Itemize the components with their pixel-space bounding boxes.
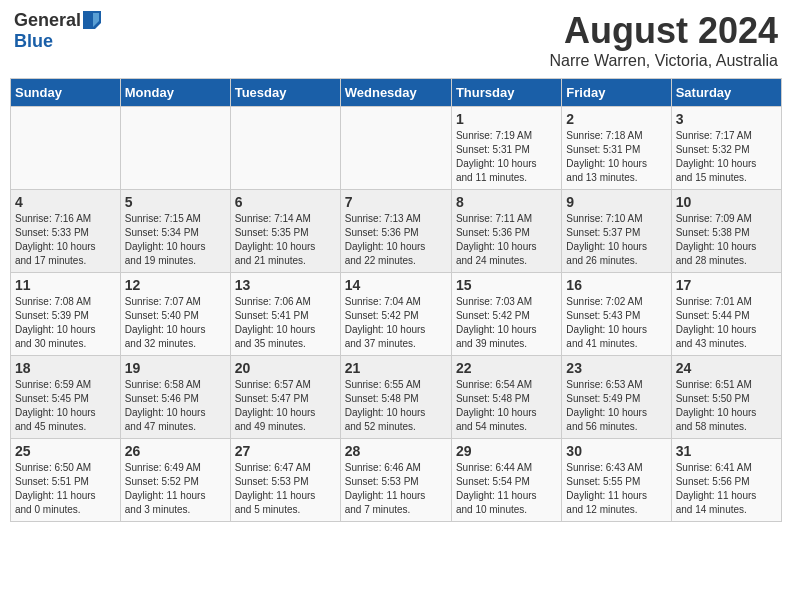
calendar-cell: 12Sunrise: 7:07 AM Sunset: 5:40 PM Dayli…	[120, 273, 230, 356]
day-info: Sunrise: 7:19 AM Sunset: 5:31 PM Dayligh…	[456, 129, 557, 185]
day-info: Sunrise: 6:54 AM Sunset: 5:48 PM Dayligh…	[456, 378, 557, 434]
day-number: 13	[235, 277, 336, 293]
day-info: Sunrise: 6:50 AM Sunset: 5:51 PM Dayligh…	[15, 461, 116, 517]
day-info: Sunrise: 7:01 AM Sunset: 5:44 PM Dayligh…	[676, 295, 777, 351]
day-info: Sunrise: 6:41 AM Sunset: 5:56 PM Dayligh…	[676, 461, 777, 517]
day-number: 20	[235, 360, 336, 376]
day-number: 5	[125, 194, 226, 210]
day-number: 4	[15, 194, 116, 210]
calendar-week-row: 18Sunrise: 6:59 AM Sunset: 5:45 PM Dayli…	[11, 356, 782, 439]
day-number: 6	[235, 194, 336, 210]
column-header-tuesday: Tuesday	[230, 79, 340, 107]
logo: General Blue	[14, 10, 101, 52]
calendar-cell	[11, 107, 121, 190]
day-info: Sunrise: 7:13 AM Sunset: 5:36 PM Dayligh…	[345, 212, 447, 268]
calendar-cell: 19Sunrise: 6:58 AM Sunset: 5:46 PM Dayli…	[120, 356, 230, 439]
day-info: Sunrise: 6:49 AM Sunset: 5:52 PM Dayligh…	[125, 461, 226, 517]
calendar-cell: 1Sunrise: 7:19 AM Sunset: 5:31 PM Daylig…	[451, 107, 561, 190]
calendar-cell: 28Sunrise: 6:46 AM Sunset: 5:53 PM Dayli…	[340, 439, 451, 522]
calendar-cell: 23Sunrise: 6:53 AM Sunset: 5:49 PM Dayli…	[562, 356, 671, 439]
day-info: Sunrise: 6:47 AM Sunset: 5:53 PM Dayligh…	[235, 461, 336, 517]
day-number: 11	[15, 277, 116, 293]
calendar-cell: 11Sunrise: 7:08 AM Sunset: 5:39 PM Dayli…	[11, 273, 121, 356]
calendar-cell: 22Sunrise: 6:54 AM Sunset: 5:48 PM Dayli…	[451, 356, 561, 439]
day-number: 8	[456, 194, 557, 210]
calendar-cell: 6Sunrise: 7:14 AM Sunset: 5:35 PM Daylig…	[230, 190, 340, 273]
calendar-week-row: 4Sunrise: 7:16 AM Sunset: 5:33 PM Daylig…	[11, 190, 782, 273]
day-number: 7	[345, 194, 447, 210]
title-area: August 2024 Narre Warren, Victoria, Aust…	[549, 10, 778, 70]
day-info: Sunrise: 6:58 AM Sunset: 5:46 PM Dayligh…	[125, 378, 226, 434]
day-number: 10	[676, 194, 777, 210]
column-header-thursday: Thursday	[451, 79, 561, 107]
day-number: 22	[456, 360, 557, 376]
column-header-saturday: Saturday	[671, 79, 781, 107]
day-number: 30	[566, 443, 666, 459]
day-info: Sunrise: 7:04 AM Sunset: 5:42 PM Dayligh…	[345, 295, 447, 351]
day-number: 19	[125, 360, 226, 376]
column-header-wednesday: Wednesday	[340, 79, 451, 107]
day-info: Sunrise: 7:16 AM Sunset: 5:33 PM Dayligh…	[15, 212, 116, 268]
day-info: Sunrise: 6:51 AM Sunset: 5:50 PM Dayligh…	[676, 378, 777, 434]
day-info: Sunrise: 6:44 AM Sunset: 5:54 PM Dayligh…	[456, 461, 557, 517]
calendar-cell: 15Sunrise: 7:03 AM Sunset: 5:42 PM Dayli…	[451, 273, 561, 356]
day-number: 26	[125, 443, 226, 459]
day-info: Sunrise: 7:17 AM Sunset: 5:32 PM Dayligh…	[676, 129, 777, 185]
day-info: Sunrise: 7:07 AM Sunset: 5:40 PM Dayligh…	[125, 295, 226, 351]
day-info: Sunrise: 6:57 AM Sunset: 5:47 PM Dayligh…	[235, 378, 336, 434]
calendar-cell: 17Sunrise: 7:01 AM Sunset: 5:44 PM Dayli…	[671, 273, 781, 356]
calendar-week-row: 1Sunrise: 7:19 AM Sunset: 5:31 PM Daylig…	[11, 107, 782, 190]
day-number: 27	[235, 443, 336, 459]
calendar-cell: 20Sunrise: 6:57 AM Sunset: 5:47 PM Dayli…	[230, 356, 340, 439]
calendar-cell: 8Sunrise: 7:11 AM Sunset: 5:36 PM Daylig…	[451, 190, 561, 273]
calendar-table: SundayMondayTuesdayWednesdayThursdayFrid…	[10, 78, 782, 522]
day-number: 21	[345, 360, 447, 376]
calendar-cell: 4Sunrise: 7:16 AM Sunset: 5:33 PM Daylig…	[11, 190, 121, 273]
calendar-cell: 3Sunrise: 7:17 AM Sunset: 5:32 PM Daylig…	[671, 107, 781, 190]
day-info: Sunrise: 7:09 AM Sunset: 5:38 PM Dayligh…	[676, 212, 777, 268]
day-number: 9	[566, 194, 666, 210]
calendar-cell: 21Sunrise: 6:55 AM Sunset: 5:48 PM Dayli…	[340, 356, 451, 439]
calendar-cell: 7Sunrise: 7:13 AM Sunset: 5:36 PM Daylig…	[340, 190, 451, 273]
header: General Blue August 2024 Narre Warren, V…	[10, 10, 782, 70]
calendar-cell: 24Sunrise: 6:51 AM Sunset: 5:50 PM Dayli…	[671, 356, 781, 439]
day-info: Sunrise: 7:10 AM Sunset: 5:37 PM Dayligh…	[566, 212, 666, 268]
day-info: Sunrise: 7:15 AM Sunset: 5:34 PM Dayligh…	[125, 212, 226, 268]
day-number: 31	[676, 443, 777, 459]
day-number: 18	[15, 360, 116, 376]
calendar-cell: 13Sunrise: 7:06 AM Sunset: 5:41 PM Dayli…	[230, 273, 340, 356]
day-info: Sunrise: 6:46 AM Sunset: 5:53 PM Dayligh…	[345, 461, 447, 517]
page-title: August 2024	[549, 10, 778, 52]
column-header-monday: Monday	[120, 79, 230, 107]
day-info: Sunrise: 7:18 AM Sunset: 5:31 PM Dayligh…	[566, 129, 666, 185]
day-number: 23	[566, 360, 666, 376]
day-info: Sunrise: 7:03 AM Sunset: 5:42 PM Dayligh…	[456, 295, 557, 351]
calendar-cell: 27Sunrise: 6:47 AM Sunset: 5:53 PM Dayli…	[230, 439, 340, 522]
day-number: 1	[456, 111, 557, 127]
day-info: Sunrise: 7:02 AM Sunset: 5:43 PM Dayligh…	[566, 295, 666, 351]
day-number: 15	[456, 277, 557, 293]
day-number: 16	[566, 277, 666, 293]
calendar-cell	[230, 107, 340, 190]
calendar-cell	[120, 107, 230, 190]
day-number: 3	[676, 111, 777, 127]
day-info: Sunrise: 6:53 AM Sunset: 5:49 PM Dayligh…	[566, 378, 666, 434]
calendar-cell: 14Sunrise: 7:04 AM Sunset: 5:42 PM Dayli…	[340, 273, 451, 356]
day-number: 24	[676, 360, 777, 376]
day-number: 29	[456, 443, 557, 459]
calendar-cell: 9Sunrise: 7:10 AM Sunset: 5:37 PM Daylig…	[562, 190, 671, 273]
day-info: Sunrise: 7:06 AM Sunset: 5:41 PM Dayligh…	[235, 295, 336, 351]
logo-blue: Blue	[14, 31, 53, 52]
day-info: Sunrise: 7:14 AM Sunset: 5:35 PM Dayligh…	[235, 212, 336, 268]
calendar-cell: 25Sunrise: 6:50 AM Sunset: 5:51 PM Dayli…	[11, 439, 121, 522]
calendar-cell: 31Sunrise: 6:41 AM Sunset: 5:56 PM Dayli…	[671, 439, 781, 522]
logo-general: General	[14, 10, 81, 31]
day-info: Sunrise: 7:08 AM Sunset: 5:39 PM Dayligh…	[15, 295, 116, 351]
day-number: 28	[345, 443, 447, 459]
calendar-cell: 18Sunrise: 6:59 AM Sunset: 5:45 PM Dayli…	[11, 356, 121, 439]
page-subtitle: Narre Warren, Victoria, Australia	[549, 52, 778, 70]
calendar-cell	[340, 107, 451, 190]
calendar-cell: 29Sunrise: 6:44 AM Sunset: 5:54 PM Dayli…	[451, 439, 561, 522]
calendar-week-row: 11Sunrise: 7:08 AM Sunset: 5:39 PM Dayli…	[11, 273, 782, 356]
calendar-cell: 26Sunrise: 6:49 AM Sunset: 5:52 PM Dayli…	[120, 439, 230, 522]
